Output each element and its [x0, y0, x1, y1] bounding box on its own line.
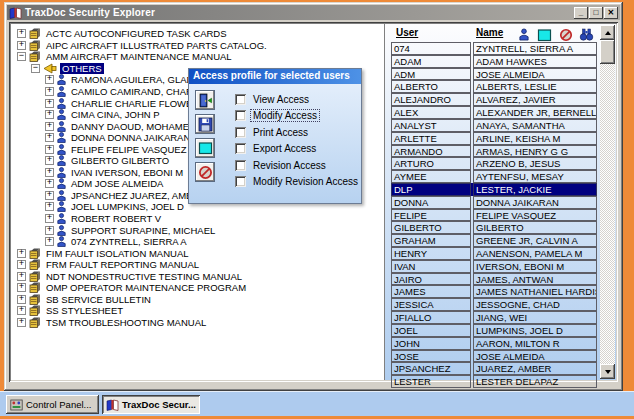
name-cell[interactable]: ALVAREZ, JAVIER: [473, 93, 597, 106]
expand-icon[interactable]: +: [17, 29, 26, 38]
table-row[interactable]: DONNADONNA JAIKARAN: [391, 196, 597, 209]
tree-item-label[interactable]: AIPC AIRCRAFT ILLUSTRATED PARTS CATALOG.: [44, 40, 269, 51]
tree-item[interactable]: +NDT NONDESTRUCTIVE TESTING MANUAL: [11, 270, 384, 282]
vertical-scrollbar[interactable]: [600, 25, 615, 379]
checkbox[interactable]: [235, 110, 246, 121]
expand-icon[interactable]: +: [17, 283, 26, 292]
minimize-button[interactable]: _: [574, 7, 588, 19]
user-cell[interactable]: ALEJANDRO: [391, 93, 471, 106]
tree-item-label[interactable]: CIMA CINA, JOHN P: [69, 109, 162, 120]
tree-item[interactable]: +SS STYLESHEET: [11, 305, 384, 317]
name-cell[interactable]: ADAM HAWKES: [473, 55, 597, 68]
tree-item[interactable]: +AIPC AIRCRAFT ILLUSTRATED PARTS CATALOG…: [11, 40, 384, 52]
user-cell[interactable]: ADAM: [391, 55, 471, 68]
table-row[interactable]: JAIROJAMES, ANTWAN: [391, 273, 597, 286]
tree-item-label[interactable]: DANNY DAOUD, MOHAMED: [69, 121, 198, 132]
expand-icon[interactable]: +: [45, 156, 54, 165]
save-button[interactable]: [195, 114, 215, 134]
name-cell[interactable]: JAMES, ANTWAN: [473, 273, 597, 286]
taskbar-button[interactable]: Control Panel...: [6, 395, 99, 414]
user-cell[interactable]: JOSE: [391, 350, 471, 363]
expand-icon[interactable]: +: [45, 214, 54, 223]
expand-icon[interactable]: +: [45, 75, 54, 84]
checkbox-label[interactable]: Modify Access: [251, 110, 319, 121]
collapse-icon[interactable]: −: [31, 64, 40, 73]
user-cell[interactable]: ALEX: [391, 106, 471, 119]
checkbox-label[interactable]: Export Access: [251, 143, 318, 154]
user-cell[interactable]: ARTURO: [391, 157, 471, 170]
tree-item-label[interactable]: IVAN IVERSON, EBONI M: [69, 167, 185, 178]
expand-icon[interactable]: +: [45, 202, 54, 211]
checkbox-label[interactable]: Revision Access: [251, 160, 328, 171]
expand-icon[interactable]: +: [45, 110, 54, 119]
exit-button[interactable]: [195, 90, 215, 110]
user-cell[interactable]: 074: [391, 42, 471, 55]
table-row[interactable]: ADAMADAM HAWKES: [391, 55, 597, 68]
user-cell[interactable]: JESSICA: [391, 298, 471, 311]
expand-icon[interactable]: +: [45, 87, 54, 96]
table-row[interactable]: FELIPEFELIPE VASQUEZ: [391, 209, 597, 222]
scroll-down-button[interactable]: [600, 364, 615, 379]
tree-item[interactable]: +FRM FAULT REPORTING MANUAL: [11, 259, 384, 271]
user-cell[interactable]: IVAN: [391, 260, 471, 273]
tree-item-label[interactable]: CHARLIE CHARLIE FLOWERS: [69, 98, 208, 109]
expand-icon[interactable]: +: [17, 295, 26, 304]
tree-item[interactable]: +ACTC AUTOCONFIGURED TASK CARDS: [11, 28, 384, 40]
table-row[interactable]: JOELLUMPKINS, JOEL D: [391, 324, 597, 337]
checkbox-label[interactable]: View Access: [251, 94, 311, 105]
user-icon[interactable]: [516, 28, 531, 41]
expand-icon[interactable]: +: [45, 145, 54, 154]
name-cell[interactable]: GILBERTO: [473, 221, 597, 234]
tree-item-label[interactable]: OMP OPERATOR MAINTENANCE PROGRAM: [44, 282, 248, 293]
checkbox[interactable]: [235, 94, 246, 105]
table-row[interactable]: LESTERLESTER DELAPAZ: [391, 375, 597, 388]
table-row[interactable]: ALEJANDROALVAREZ, JAVIER: [391, 93, 597, 106]
tree-item[interactable]: +SUPPORT SURAPINE, MICHAEL: [11, 224, 384, 236]
name-cell[interactable]: LUMPKINS, JOEL D: [473, 324, 597, 337]
collapse-icon[interactable]: −: [17, 52, 26, 61]
table-row[interactable]: GRAHAMGREENE JR, CALVIN A: [391, 234, 597, 247]
tree-item[interactable]: +074 ZYNTRELL, SIERRA A: [11, 236, 384, 248]
tree-item-label[interactable]: FRM FAULT REPORTING MANUAL: [44, 259, 201, 270]
tree-item-label[interactable]: SUPPORT SURAPINE, MICHAEL: [69, 225, 217, 236]
tree-item[interactable]: +OMP OPERATOR MAINTENANCE PROGRAM: [11, 282, 384, 294]
name-cell[interactable]: ARLINE, KEISHA M: [473, 132, 597, 145]
tree-item-label[interactable]: 074 ZYNTRELL, SIERRA A: [69, 236, 189, 247]
expand-icon[interactable]: +: [45, 122, 54, 131]
user-cell[interactable]: ALBERTO: [391, 80, 471, 93]
name-cell[interactable]: FELIPE VASQUEZ: [473, 209, 597, 222]
expand-icon[interactable]: +: [17, 41, 26, 50]
checkbox[interactable]: [235, 127, 246, 138]
find-icon[interactable]: [579, 28, 594, 41]
name-cell[interactable]: JOSE ALMEIDA: [473, 68, 597, 81]
table-row[interactable]: GILBERTOGILBERTO: [391, 221, 597, 234]
user-cell[interactable]: ADM: [391, 68, 471, 81]
table-row[interactable]: ARLETTEARLINE, KEISHA M: [391, 132, 597, 145]
tree-item-label[interactable]: GILBERTO GILBERTO: [69, 155, 171, 166]
expand-icon[interactable]: +: [45, 237, 54, 246]
user-cell[interactable]: ANALYST: [391, 119, 471, 132]
select-all-icon[interactable]: [537, 28, 552, 41]
name-cell[interactable]: ALEXANDER JR, BERNELL J: [473, 106, 597, 119]
table-row[interactable]: JOSEJOSE ALMEIDA: [391, 350, 597, 363]
checkbox-label[interactable]: Print Access: [251, 127, 310, 138]
expand-icon[interactable]: +: [45, 168, 54, 177]
user-cell[interactable]: JAMES: [391, 285, 471, 298]
user-cell[interactable]: FELIPE: [391, 209, 471, 222]
name-cell[interactable]: ZYNTRELL, SIERRA A: [473, 42, 597, 55]
table-row[interactable]: ALBERTOALBERTS, LESLIE: [391, 80, 597, 93]
table-row[interactable]: IVANIVERSON, EBONI M: [391, 260, 597, 273]
user-cell[interactable]: GILBERTO: [391, 221, 471, 234]
table-row[interactable]: ARMANDOARMAS, HENRY G G: [391, 145, 597, 158]
clear-selection-icon[interactable]: [558, 28, 573, 41]
maximize-button[interactable]: □: [589, 7, 603, 19]
taskbar-button[interactable]: TraxDoc Secur...: [102, 395, 200, 414]
user-cell[interactable]: HENRY: [391, 247, 471, 260]
name-cell[interactable]: ARMAS, HENRY G G: [473, 145, 597, 158]
scroll-up-button[interactable]: [600, 25, 615, 40]
name-cell[interactable]: IVERSON, EBONI M: [473, 260, 597, 273]
table-row[interactable]: ADMJOSE ALMEIDA: [391, 68, 597, 81]
name-cell[interactable]: AANENSON, PAMELA M: [473, 247, 597, 260]
column-header-name[interactable]: Name: [476, 27, 503, 38]
user-cell[interactable]: GRAHAM: [391, 234, 471, 247]
